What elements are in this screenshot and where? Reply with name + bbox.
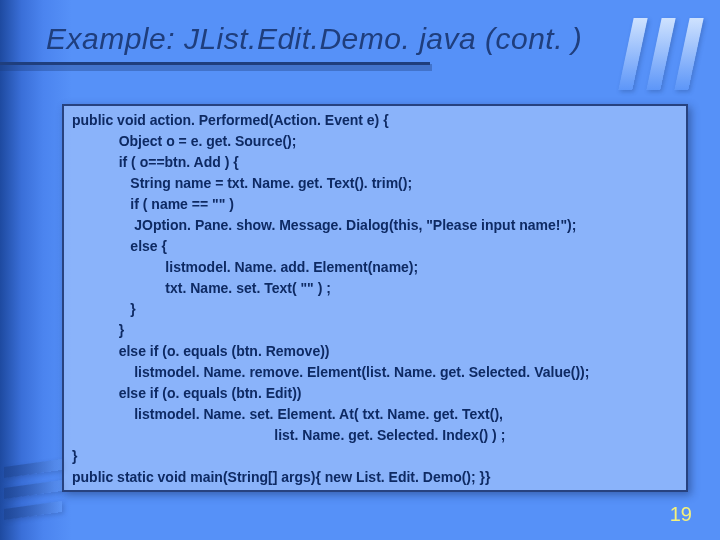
stripe-icon (674, 18, 703, 90)
code-line: Object o = e. get. Source(); (72, 133, 296, 149)
code-line: txt. Name. set. Text( "" ) ; (72, 280, 331, 296)
code-line: JOption. Pane. show. Message. Dialog(thi… (72, 217, 576, 233)
code-line: String name = txt. Name. get. Text(). tr… (72, 175, 412, 191)
slide-title: Example: JList.Edit.Demo. java (cont. ) (46, 22, 582, 56)
code-line: listmodel. Name. remove. Element(list. N… (72, 364, 589, 380)
slide: Example: JList.Edit.Demo. java (cont. ) … (0, 0, 720, 540)
code-line: list. Name. get. Selected. Index() ) ; (72, 427, 505, 443)
code-line: } (72, 448, 77, 464)
code-block: public void action. Performed(Action. Ev… (62, 104, 688, 492)
stripe-icon (4, 459, 62, 478)
code-line: else { (72, 238, 167, 254)
stripe-icon (646, 18, 675, 90)
stripe-icon (4, 501, 62, 520)
code-line: listmodel. Name. set. Element. At( txt. … (72, 406, 503, 422)
code-line: listmodel. Name. add. Element(name); (72, 259, 418, 275)
decor-stripes-bottom-left (4, 463, 62, 516)
page-number: 19 (670, 503, 692, 526)
stripe-icon (618, 18, 647, 90)
code-line: else if (o. equals (btn. Remove)) (72, 343, 330, 359)
code-line: } (72, 322, 124, 338)
code-line: } (72, 301, 136, 317)
decor-stripes-top-right (626, 18, 696, 90)
code-line: if ( o==btn. Add ) { (72, 154, 239, 170)
code-line: else if (o. equals (btn. Edit)) (72, 385, 301, 401)
code-line: public static void main(String[] args){ … (72, 469, 490, 485)
code-line: if ( name == "" ) (72, 196, 234, 212)
title-underline (0, 62, 430, 65)
code-line: public void action. Performed(Action. Ev… (72, 112, 389, 128)
stripe-icon (4, 480, 62, 499)
